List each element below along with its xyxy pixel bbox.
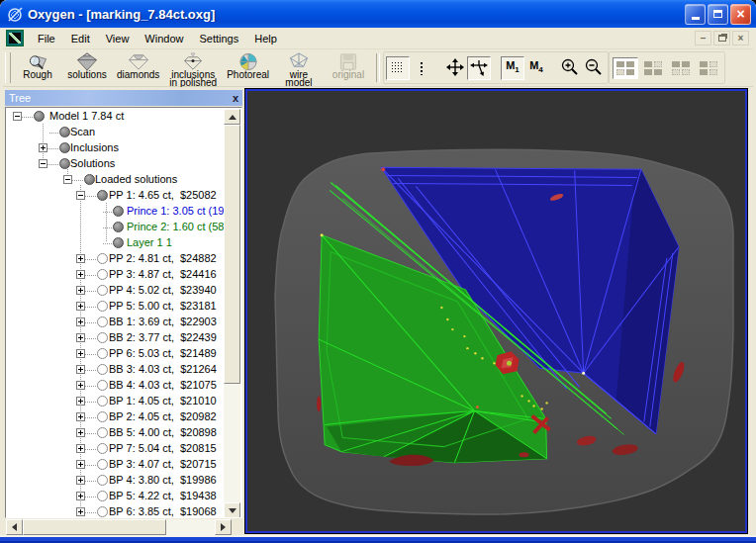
tree-item[interactable]: Prince 1: 3.05 ct (19 — [6, 204, 225, 220]
tree-close-button[interactable]: x — [233, 93, 238, 104]
tree-item-label[interactable]: PP 2: 4.81 ct, $24882 — [109, 252, 217, 264]
tree-item[interactable]: BP 3: 4.07 ct, $20715 — [6, 457, 225, 473]
menu-item-edit[interactable]: Edit — [63, 30, 98, 47]
collapse-expander[interactable] — [63, 175, 72, 184]
menu-item-view[interactable]: View — [98, 30, 138, 47]
tree-item-label[interactable]: BP 3: 4.07 ct, $20715 — [109, 458, 217, 470]
tree-item-label[interactable]: Loaded solutions — [95, 173, 177, 185]
tree-item[interactable]: Layer 1 1 — [6, 235, 225, 251]
expand-expander[interactable] — [76, 476, 85, 485]
expand-expander[interactable] — [76, 270, 85, 279]
vertical-scroll-thumb[interactable] — [224, 125, 240, 384]
photoreal-button[interactable]: Photoreal — [222, 50, 274, 85]
maximize-button[interactable] — [708, 4, 728, 25]
tree-item-label[interactable]: PP 6: 5.03 ct, $21489 — [109, 347, 217, 359]
tree-item[interactable]: PP 7: 5.04 ct, $20815 — [6, 441, 225, 457]
expand-expander[interactable] — [39, 143, 47, 152]
tree-panel-header[interactable]: Tree x — [5, 90, 242, 106]
wire-model-button[interactable]: wiremodel — [274, 50, 324, 85]
tree-item-label[interactable]: BP 5: 4.22 ct, $19438 — [109, 490, 217, 501]
tree-item-label[interactable]: BB 3: 4.03 ct, $21264 — [109, 363, 217, 375]
tree-item[interactable]: Solutions — [6, 156, 225, 172]
mdi-minimize-button[interactable]: – — [695, 31, 711, 45]
expand-expander[interactable] — [76, 381, 85, 390]
solutions-button[interactable]: solutions — [62, 50, 112, 85]
grid-button[interactable] — [386, 56, 410, 80]
expand-expander[interactable] — [76, 460, 85, 469]
toolbar-grip[interactable] — [5, 52, 11, 83]
tree-item[interactable]: BP 6: 3.85 ct, $19068 — [6, 504, 225, 518]
expand-expander[interactable] — [76, 349, 85, 358]
zoom-out-button[interactable] — [582, 56, 606, 80]
collapse-expander[interactable] — [76, 191, 85, 200]
collapse-expander[interactable] — [39, 159, 47, 168]
tree-item-label[interactable]: BB 4: 4.03 ct, $21075 — [109, 379, 217, 391]
expand-expander[interactable] — [76, 302, 85, 311]
scroll-down-button[interactable] — [224, 502, 240, 518]
tree-item[interactable]: Loaded solutions — [6, 172, 225, 188]
tree-item[interactable]: BP 4: 3.80 ct, $19986 — [6, 473, 225, 489]
tree-item-label[interactable]: PP 1: 4.65 ct, $25082 — [109, 189, 217, 201]
tree-item[interactable]: PP 2: 4.81 ct, $24882 — [6, 251, 225, 267]
axes-button[interactable] — [467, 56, 491, 80]
tree-item-label[interactable]: PP 4: 5.02 ct, $23940 — [109, 284, 217, 296]
column-dots-button[interactable] — [410, 56, 433, 80]
tree-item-label[interactable]: BP 4: 3.80 ct, $19986 — [109, 474, 217, 486]
tree-item-label[interactable]: BP 2: 4.05 ct, $20982 — [109, 410, 217, 422]
3d-viewport[interactable] — [245, 89, 747, 533]
menu-item-window[interactable]: Window — [137, 30, 191, 47]
expand-expander[interactable] — [76, 333, 85, 342]
expand-expander[interactable] — [76, 254, 85, 263]
scroll-left-button[interactable] — [6, 519, 23, 535]
scroll-right-button[interactable] — [215, 519, 232, 535]
tree-item-label[interactable]: Layer 1 1 — [127, 236, 172, 248]
expand-expander[interactable] — [76, 412, 85, 421]
pan-button[interactable] — [443, 56, 467, 80]
layout-4-button[interactable] — [696, 57, 721, 79]
expand-expander[interactable] — [76, 507, 85, 516]
mdi-close-button[interactable]: × — [732, 31, 749, 45]
tree-item[interactable]: BB 1: 3.69 ct, $22903 — [6, 315, 225, 330]
menu-item-settings[interactable]: Settings — [191, 30, 246, 47]
title-bar[interactable]: Oxygen - [marking_7.84ct.oxg] × — [0, 0, 756, 28]
tree-item-label[interactable]: Inclusions — [70, 141, 119, 153]
tree-item-label[interactable]: BP 1: 4.05 ct, $21010 — [109, 395, 217, 407]
tree-item[interactable]: PP 5: 5.00 ct, $23181 — [6, 299, 225, 315]
layout-2-button[interactable] — [640, 57, 666, 79]
tree-item-label[interactable]: PP 3: 4.87 ct, $24416 — [109, 268, 217, 280]
tree-item-label[interactable]: Solutions — [70, 157, 115, 169]
expand-expander[interactable] — [76, 365, 85, 374]
tree-item[interactable]: BP 5: 4.22 ct, $19438 — [6, 489, 225, 504]
original-button[interactable]: original — [324, 50, 373, 85]
scroll-up-button[interactable] — [224, 109, 240, 125]
tree-item[interactable]: Scan — [6, 125, 225, 140]
expand-expander[interactable] — [76, 317, 85, 326]
inclusions-in-polished-button[interactable]: inclusionsin polished — [164, 50, 222, 85]
tree-horizontal-scrollbar[interactable] — [6, 519, 232, 535]
close-button[interactable]: × — [730, 4, 751, 25]
tree-item[interactable]: PP 3: 4.87 ct, $24416 — [6, 267, 225, 283]
tree-item[interactable]: PP 6: 5.03 ct, $21489 — [6, 346, 225, 362]
menu-item-help[interactable]: Help — [246, 30, 285, 47]
tree-item-label[interactable]: BB 5: 4.00 ct, $20898 — [109, 426, 217, 438]
m1-button[interactable]: M1 — [501, 56, 524, 80]
tree-item-label[interactable]: PP 5: 5.00 ct, $23181 — [109, 300, 217, 312]
m4-button[interactable]: M4 — [524, 56, 548, 80]
expand-expander[interactable] — [76, 286, 85, 295]
expand-expander[interactable] — [76, 444, 85, 453]
tree-item[interactable]: PP 1: 4.65 ct, $25082 — [6, 188, 225, 204]
minimize-button[interactable] — [685, 4, 706, 25]
collapse-expander[interactable] — [13, 112, 22, 121]
layout-3-button[interactable] — [668, 57, 694, 79]
expand-expander[interactable] — [76, 428, 85, 437]
tree-item[interactable]: Model 1 7.84 ct — [6, 109, 225, 125]
tree-item-label[interactable]: Prince 2: 1.60 ct (58 — [127, 221, 224, 232]
tree-item-label[interactable]: Prince 1: 3.05 ct (19 — [127, 205, 224, 217]
horizontal-scroll-thumb[interactable] — [23, 519, 166, 535]
tree-item[interactable]: BB 4: 4.03 ct, $21075 — [6, 378, 225, 394]
tree-item-label[interactable]: Scan — [70, 126, 95, 137]
tree-item[interactable]: Prince 2: 1.60 ct (58 — [6, 220, 225, 235]
tree-item[interactable]: BP 2: 4.05 ct, $20982 — [6, 409, 225, 425]
document-icon[interactable] — [6, 30, 24, 46]
tree-item[interactable]: BP 1: 4.05 ct, $21010 — [6, 394, 225, 409]
